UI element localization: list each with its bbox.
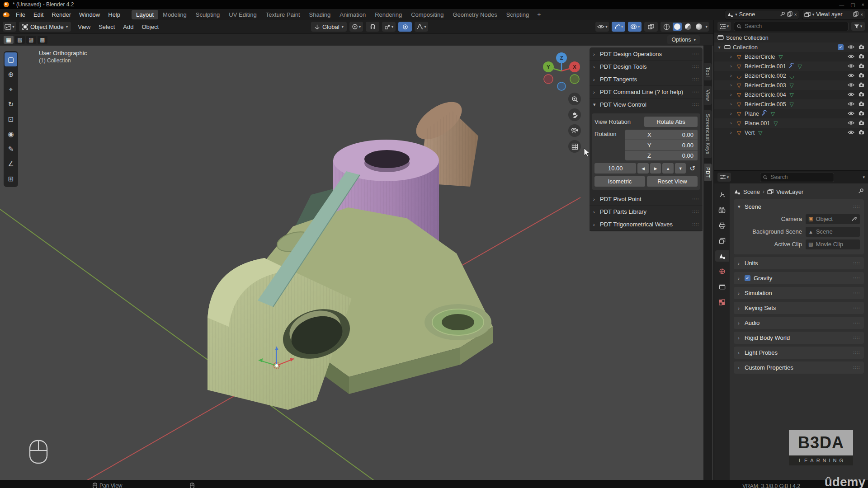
- perspective-toggle-grid-button[interactable]: [568, 140, 581, 153]
- show-overlays-toggle[interactable]: ▾: [628, 22, 642, 32]
- navigation-gizmo[interactable]: Z Y X: [536, 50, 587, 94]
- outliner-row-vert[interactable]: › ▽ Vert ▽: [714, 128, 868, 137]
- hide-eye-icon[interactable]: [848, 111, 854, 117]
- menu-edit[interactable]: Edit: [29, 11, 47, 18]
- tab-render[interactable]: [715, 204, 729, 216]
- drag-handle-icon[interactable]: ∷∷: [692, 89, 699, 94]
- properties-type-dropdown[interactable]: ▾: [717, 173, 731, 182]
- hide-eye-icon[interactable]: [848, 54, 854, 60]
- properties-panel-gravity[interactable]: › ✓ Gravity ∷∷: [734, 272, 864, 284]
- sidebar-tab-pdt[interactable]: PDT: [704, 164, 712, 182]
- tool-add-cube[interactable]: ⊞: [5, 172, 17, 186]
- shading-wireframe-button[interactable]: [662, 23, 671, 31]
- drag-handle-icon[interactable]: ∷∷: [692, 102, 699, 107]
- workspace-tab-compositing[interactable]: Compositing: [406, 10, 448, 19]
- viewport-menu-view[interactable]: View: [74, 23, 94, 30]
- 3d-model-part[interactable]: [208, 94, 493, 410]
- pin-icon[interactable]: [780, 11, 785, 18]
- outliner-row-b-ziercircle-005[interactable]: › ▽ BézierCircle.005 ▽: [714, 99, 868, 109]
- tab-texture[interactable]: [715, 296, 729, 308]
- tab-world[interactable]: [715, 266, 729, 277]
- menu-file[interactable]: File: [12, 11, 29, 18]
- tab-tool[interactable]: [715, 189, 729, 200]
- breadcrumb-viewlayer[interactable]: ViewLayer: [776, 188, 803, 195]
- property-field[interactable]: ▣ Object: [806, 214, 860, 224]
- outliner-row-scene-collection[interactable]: Scene Collection: [714, 33, 868, 42]
- rotation-x-field[interactable]: X 0.00: [625, 130, 698, 140]
- select-mode-subtract-icon[interactable]: ▨: [26, 36, 36, 44]
- camera-visibility-icon[interactable]: [859, 44, 864, 51]
- hide-eye-icon[interactable]: [848, 73, 854, 79]
- reset-view-button[interactable]: Reset View: [647, 176, 698, 187]
- rotation-y-field[interactable]: Y 0.00: [625, 140, 698, 150]
- rotation-z-field[interactable]: Z 0.00: [625, 150, 698, 160]
- drag-handle-icon[interactable]: ∷∷: [692, 64, 699, 69]
- workspace-tab-uv-editing[interactable]: UV Editing: [224, 10, 261, 19]
- panel-pdt-tangents[interactable]: › PDT Tangents ∷∷: [590, 73, 703, 86]
- properties-panel-light-probes[interactable]: › Light Probes ∷∷: [734, 347, 864, 359]
- workspace-tab-animation[interactable]: Animation: [335, 10, 370, 19]
- hide-eye-icon[interactable]: [848, 92, 854, 98]
- drag-handle-icon[interactable]: ∷∷: [853, 261, 860, 266]
- outliner-type-dropdown[interactable]: ▾: [717, 22, 731, 31]
- drag-handle-icon[interactable]: ∷∷: [853, 335, 860, 340]
- proportional-falloff-dropdown[interactable]: ▾: [415, 22, 428, 32]
- properties-panel-audio[interactable]: › Audio ∷∷: [734, 317, 864, 329]
- rotate-right-button[interactable]: ▶: [650, 163, 661, 174]
- property-field[interactable]: ▤ Movie Clip: [806, 239, 860, 249]
- menu-help[interactable]: Help: [104, 11, 124, 18]
- drag-handle-icon[interactable]: ∷∷: [853, 365, 860, 370]
- sidebar-tab-screencast-keys[interactable]: Screencast Keys: [704, 110, 712, 158]
- blender-menu-icon[interactable]: [0, 12, 12, 17]
- panel-pdt-command-line-for-help[interactable]: › PDT Command Line (? for help) ∷∷: [590, 86, 703, 99]
- menu-window[interactable]: Window: [75, 11, 104, 18]
- drag-handle-icon[interactable]: ∷∷: [853, 320, 860, 325]
- pivot-point-dropdown[interactable]: ▾: [349, 22, 363, 32]
- rotate-up-button[interactable]: ▲: [662, 163, 674, 174]
- workspace-tab-shading[interactable]: Shading: [305, 10, 335, 19]
- snap-magnet-icon[interactable]: [366, 22, 379, 32]
- shading-rendered-button[interactable]: [694, 23, 703, 31]
- tool-annotate[interactable]: ✎: [5, 142, 17, 156]
- shading-dropdown[interactable]: ▾: [705, 24, 708, 29]
- editor-type-dropdown[interactable]: ▾: [3, 22, 16, 32]
- properties-panel-rigid-body-world[interactable]: › Rigid Body World ∷∷: [734, 332, 864, 344]
- expand-icon[interactable]: ›: [729, 121, 733, 126]
- unlink-scene-icon[interactable]: ×: [794, 12, 797, 17]
- expand-icon[interactable]: ›: [729, 83, 733, 88]
- checkbox-checked[interactable]: ✓: [745, 275, 750, 281]
- rotate-left-button[interactable]: ◀: [637, 163, 649, 174]
- rotate-down-button[interactable]: ▼: [675, 163, 686, 174]
- workspace-tab-layout[interactable]: Layout: [132, 10, 158, 19]
- tool-tweak-select[interactable]: ▢: [5, 52, 17, 66]
- panel-pdt-trigonometrical-waves[interactable]: › PDT Trigonometrical Waves ∷∷: [590, 218, 703, 231]
- outliner-row-plane-001[interactable]: › ▽ Plane.001 ▽: [714, 118, 868, 128]
- show-gizmo-toggle[interactable]: ▾: [612, 22, 625, 32]
- axis-z-neg-ball[interactable]: [557, 82, 566, 90]
- hide-eye-icon[interactable]: [848, 120, 854, 127]
- expand-icon[interactable]: ›: [729, 73, 733, 78]
- outliner-row-b-ziercircle-003[interactable]: › ▽ BézierCircle.003 ▽: [714, 80, 868, 90]
- isometric-button[interactable]: Isometric: [594, 176, 645, 187]
- drag-handle-icon[interactable]: ∷∷: [692, 222, 699, 227]
- outliner-search[interactable]: [734, 22, 849, 31]
- outliner-row-plane[interactable]: › ▽ Plane ▽: [714, 109, 868, 118]
- camera-visibility-icon[interactable]: [859, 73, 864, 79]
- tool-move[interactable]: ⌖: [5, 82, 17, 96]
- remove-viewlayer-icon[interactable]: ×: [860, 12, 863, 17]
- hide-eye-icon[interactable]: [848, 82, 854, 89]
- drag-handle-icon[interactable]: ∷∷: [692, 52, 699, 56]
- maximize-button[interactable]: ▢: [850, 2, 855, 8]
- panel-pdt-design-operations[interactable]: › PDT Design Operations ∷∷: [590, 48, 703, 61]
- hide-eye-icon[interactable]: [848, 44, 854, 51]
- menu-render[interactable]: Render: [47, 11, 75, 18]
- shading-material-button[interactable]: [684, 23, 693, 31]
- drag-handle-icon[interactable]: ∷∷: [853, 350, 860, 355]
- camera-visibility-icon[interactable]: [859, 130, 864, 136]
- viewport-menu-add[interactable]: Add: [119, 23, 137, 30]
- panel-pdt-design-tools[interactable]: › PDT Design Tools ∷∷: [590, 61, 703, 73]
- select-mode-intersect-icon[interactable]: ▩: [38, 36, 47, 44]
- expand-icon[interactable]: ›: [729, 111, 733, 116]
- options-button[interactable]: Options ▾: [667, 35, 700, 44]
- rotate-abs-button[interactable]: Rotate Abs: [644, 117, 698, 127]
